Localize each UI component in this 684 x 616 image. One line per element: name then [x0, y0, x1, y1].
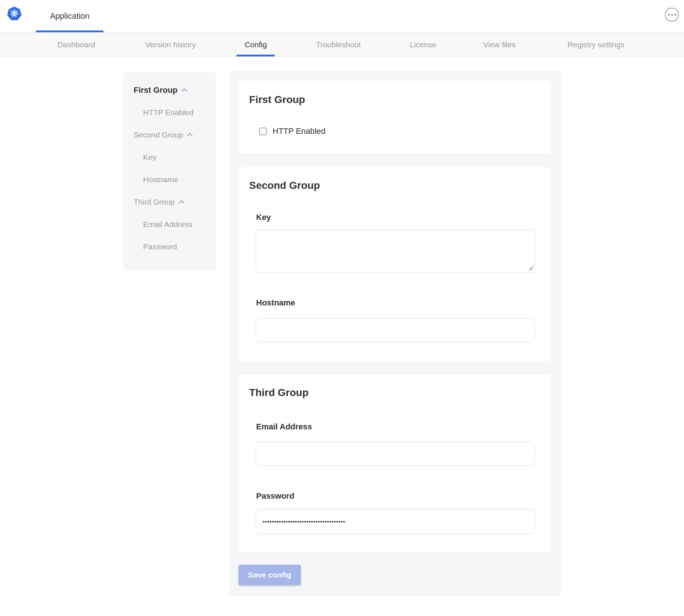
- hostname-input[interactable]: [256, 318, 535, 342]
- sidebar-item-label: Hostname: [143, 175, 178, 184]
- sidebar-item-key[interactable]: Key: [123, 146, 216, 168]
- sidebar-item-label: Key: [143, 153, 156, 162]
- sidebar-item-label: Password: [143, 242, 177, 251]
- password-label: Password: [256, 491, 294, 501]
- config-group-card-first: First Group HTTP Enabled: [239, 81, 551, 153]
- application-config-page: Application Dashboard Version history Co…: [0, 0, 684, 616]
- email-address-input[interactable]: [256, 442, 535, 466]
- app-tab-label: Application: [50, 11, 90, 21]
- overflow-menu-button[interactable]: [665, 8, 679, 22]
- email-address-label: Email Address: [256, 422, 312, 432]
- tab-dashboard[interactable]: Dashboard: [58, 33, 95, 56]
- http-enabled-field[interactable]: HTTP Enabled: [259, 126, 325, 136]
- sidebar-group-second-group[interactable]: Second Group: [123, 124, 216, 146]
- textarea-resize-handle[interactable]: [528, 265, 533, 271]
- sidebar-item-label: HTTP Enabled: [143, 108, 193, 117]
- hostname-label: Hostname: [256, 298, 295, 308]
- sidebar-group-third-group[interactable]: Third Group: [123, 191, 216, 213]
- sidebar-group-label: First Group: [134, 85, 178, 95]
- chevron-up-icon: [187, 133, 193, 137]
- chevron-up-icon: [178, 200, 185, 204]
- sidebar-group-label: Second Group: [134, 131, 183, 139]
- group-title: Third Group: [249, 386, 309, 399]
- config-sidebar: First Group HTTP Enabled Second Group Ke…: [123, 72, 216, 270]
- key-field-wrap: [256, 230, 535, 273]
- tab-troubleshoot[interactable]: Troubleshoot: [316, 33, 361, 56]
- tab-registry-settings[interactable]: Registry settings: [567, 33, 624, 56]
- config-group-card-third: Third Group Email Address Password: [239, 375, 551, 552]
- app-tab-application[interactable]: Application: [36, 0, 103, 32]
- tab-version-history[interactable]: Version history: [145, 33, 196, 56]
- sidebar-item-email-address[interactable]: Email Address: [123, 213, 216, 235]
- key-textarea[interactable]: [256, 230, 535, 273]
- secondary-navbar: Dashboard Version history Config Trouble…: [0, 32, 684, 57]
- save-config-button[interactable]: Save config: [239, 565, 301, 585]
- sidebar-item-password[interactable]: Password: [123, 235, 216, 258]
- config-group-card-second: Second Group Key Hostname: [239, 167, 551, 361]
- tab-license[interactable]: License: [410, 33, 436, 56]
- chevron-up-icon: [181, 88, 188, 92]
- sidebar-group-label: Third Group: [134, 198, 175, 206]
- sidebar-item-label: Email Address: [143, 220, 192, 229]
- tab-view-files[interactable]: View files: [483, 33, 516, 56]
- kubernetes-logo-icon: [7, 6, 22, 23]
- checkbox-label: HTTP Enabled: [273, 126, 325, 136]
- sidebar-item-hostname[interactable]: Hostname: [123, 168, 216, 191]
- password-input[interactable]: [256, 509, 535, 534]
- group-title: First Group: [249, 94, 305, 106]
- ellipsis-icon: [668, 14, 670, 16]
- sidebar-item-http-enabled[interactable]: HTTP Enabled: [123, 101, 216, 124]
- app-header: Application: [0, 0, 684, 32]
- http-enabled-checkbox[interactable]: [259, 128, 267, 135]
- key-label: Key: [256, 213, 271, 222]
- group-title: Second Group: [249, 179, 320, 192]
- sidebar-group-first-group[interactable]: First Group: [123, 79, 216, 101]
- tab-config[interactable]: Config: [245, 33, 267, 56]
- config-form-panel: First Group HTTP Enabled Second Group Ke…: [229, 70, 561, 596]
